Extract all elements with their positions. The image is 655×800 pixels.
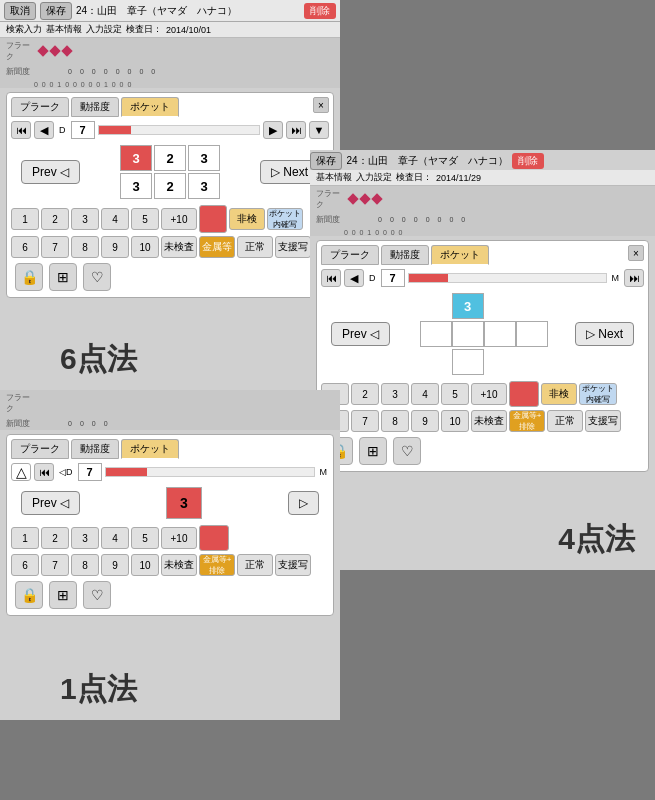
panel1-tab-basic[interactable]: 基本情報 xyxy=(46,23,82,36)
nav-last[interactable]: ⏭ xyxy=(286,121,306,139)
heart-icon[interactable]: ♡ xyxy=(83,263,111,291)
cell-2-2[interactable]: 2 xyxy=(154,173,186,199)
p2-tab-pocket[interactable]: ポケット xyxy=(431,245,489,265)
p2-nav-prev[interactable]: ◀ xyxy=(344,269,364,287)
panel1-cancel-btn[interactable]: 取消 xyxy=(4,2,36,20)
panel1-save-btn[interactable]: 保存 xyxy=(40,2,72,20)
tab-plaque[interactable]: プラーク xyxy=(11,97,69,117)
p3-tab-mobility[interactable]: 動揺度 xyxy=(71,439,119,459)
p2-num7[interactable]: 7 xyxy=(351,410,379,432)
grid-icon[interactable]: ⊞ xyxy=(49,263,77,291)
p2-tab-plaque[interactable]: プラーク xyxy=(321,245,379,265)
p3-num10[interactable]: 10 xyxy=(131,554,159,576)
p2-btn-normal[interactable]: 正常 xyxy=(547,410,583,432)
p3-tab-pocket[interactable]: ポケット xyxy=(121,439,179,459)
p2-grid-icon[interactable]: ⊞ xyxy=(359,437,387,465)
p3-num6[interactable]: 6 xyxy=(11,554,39,576)
btn-unknown[interactable]: 未検査 xyxy=(161,236,197,258)
p2-btn-pocket[interactable]: ポケット内確写 xyxy=(579,383,617,405)
p2-prev-btn[interactable]: Prev ◁ xyxy=(331,322,390,346)
p2-nav-last[interactable]: ⏭ xyxy=(624,269,644,287)
cell-1-1[interactable]: 3 xyxy=(120,145,152,171)
p3-num1[interactable]: 1 xyxy=(11,527,39,549)
cell-right[interactable] xyxy=(516,321,548,347)
num8[interactable]: 8 xyxy=(71,236,99,258)
btn-gold[interactable]: 金属等 xyxy=(199,236,235,258)
cell-1-3[interactable]: 3 xyxy=(188,145,220,171)
p3-nav-triangle[interactable]: △ xyxy=(11,463,31,481)
panel2-tab-basic[interactable]: 基本情報 xyxy=(316,171,352,184)
num4[interactable]: 4 xyxy=(101,208,129,230)
num7[interactable]: 7 xyxy=(41,236,69,258)
num1[interactable]: 1 xyxy=(11,208,39,230)
num-plus10[interactable]: +10 xyxy=(161,208,197,230)
p3-btn-red1[interactable] xyxy=(199,525,229,551)
p2-tab-mobility[interactable]: 動揺度 xyxy=(381,245,429,265)
p3-num9[interactable]: 9 xyxy=(101,554,129,576)
p3-prev-btn[interactable]: Prev ◁ xyxy=(21,491,80,515)
btn-pocket[interactable]: ポケット内確写 xyxy=(267,208,303,230)
cell-bottom[interactable] xyxy=(452,349,484,375)
p2-next-btn[interactable]: ▷ Next xyxy=(575,322,634,346)
p3-tab-plaque[interactable]: プラーク xyxy=(11,439,69,459)
close-btn[interactable]: × xyxy=(313,97,329,113)
p3-num7[interactable]: 7 xyxy=(41,554,69,576)
cell-center-right[interactable] xyxy=(484,321,516,347)
p2-heart-icon[interactable]: ♡ xyxy=(393,437,421,465)
prev-btn[interactable]: Prev ◁ xyxy=(21,160,80,184)
num3[interactable]: 3 xyxy=(71,208,99,230)
btn-misken[interactable]: 非検 xyxy=(229,208,265,230)
p3-num3[interactable]: 3 xyxy=(71,527,99,549)
p2-nav-first[interactable]: ⏮ xyxy=(321,269,341,287)
p2-close-btn[interactable]: × xyxy=(628,245,644,261)
nav-down[interactable]: ▼ xyxy=(309,121,329,139)
p2-num-plus10[interactable]: +10 xyxy=(471,383,507,405)
p3-num-plus10[interactable]: +10 xyxy=(161,527,197,549)
panel1-tab-input[interactable]: 入力設定 xyxy=(86,23,122,36)
p2-num3[interactable]: 3 xyxy=(381,383,409,405)
num10[interactable]: 10 xyxy=(131,236,159,258)
cell-center-left[interactable] xyxy=(452,321,484,347)
p3-num8[interactable]: 8 xyxy=(71,554,99,576)
panel2-tab-input[interactable]: 入力設定 xyxy=(356,171,392,184)
tab-mobility[interactable]: 動揺度 xyxy=(71,97,119,117)
btn-normal[interactable]: 正常 xyxy=(237,236,273,258)
p2-btn-support[interactable]: 支援写 xyxy=(585,410,621,432)
p3-num5[interactable]: 5 xyxy=(131,527,159,549)
panel1-tab-search[interactable]: 検索入力 xyxy=(6,23,42,36)
p3-next-btn[interactable]: ▷ xyxy=(288,491,319,515)
nav-next-small[interactable]: ▶ xyxy=(263,121,283,139)
p2-btn-gold-top[interactable]: 金属等+排除 xyxy=(509,410,545,432)
btn-support[interactable]: 支援写 xyxy=(275,236,311,258)
panel2-delete-btn[interactable]: 削除 xyxy=(512,153,544,169)
p3-btn-gold[interactable]: 金属等+排除 xyxy=(199,554,235,576)
p2-btn-unknown[interactable]: 未検査 xyxy=(471,410,507,432)
p3-grid-icon[interactable]: ⊞ xyxy=(49,581,77,609)
p3-lock-icon[interactable]: 🔒 xyxy=(15,581,43,609)
p3-nav-first[interactable]: ⏮ xyxy=(34,463,54,481)
tab-pocket[interactable]: ポケット xyxy=(121,97,179,117)
cell-2-3[interactable]: 3 xyxy=(188,173,220,199)
p2-num9[interactable]: 9 xyxy=(411,410,439,432)
num2[interactable]: 2 xyxy=(41,208,69,230)
p2-num8[interactable]: 8 xyxy=(381,410,409,432)
cell-1-2[interactable]: 2 xyxy=(154,145,186,171)
p3-btn-unknown[interactable]: 未検査 xyxy=(161,554,197,576)
num5[interactable]: 5 xyxy=(131,208,159,230)
p3-num2[interactable]: 2 xyxy=(41,527,69,549)
nav-prev[interactable]: ◀ xyxy=(34,121,54,139)
p3-btn-normal[interactable]: 正常 xyxy=(237,554,273,576)
p2-btn-red1[interactable] xyxy=(509,381,539,407)
num9[interactable]: 9 xyxy=(101,236,129,258)
panel2-save-btn[interactable]: 保存 xyxy=(310,152,342,170)
p3-cell-top[interactable]: 3 xyxy=(166,487,202,519)
lock-icon[interactable]: 🔒 xyxy=(15,263,43,291)
p3-heart-icon[interactable]: ♡ xyxy=(83,581,111,609)
p3-btn-support[interactable]: 支援写 xyxy=(275,554,311,576)
cell-left[interactable] xyxy=(420,321,452,347)
p2-num5[interactable]: 5 xyxy=(441,383,469,405)
cell-top[interactable]: 3 xyxy=(452,293,484,319)
p2-btn-misken[interactable]: 非検 xyxy=(541,383,577,405)
num6[interactable]: 6 xyxy=(11,236,39,258)
p2-num10[interactable]: 10 xyxy=(441,410,469,432)
